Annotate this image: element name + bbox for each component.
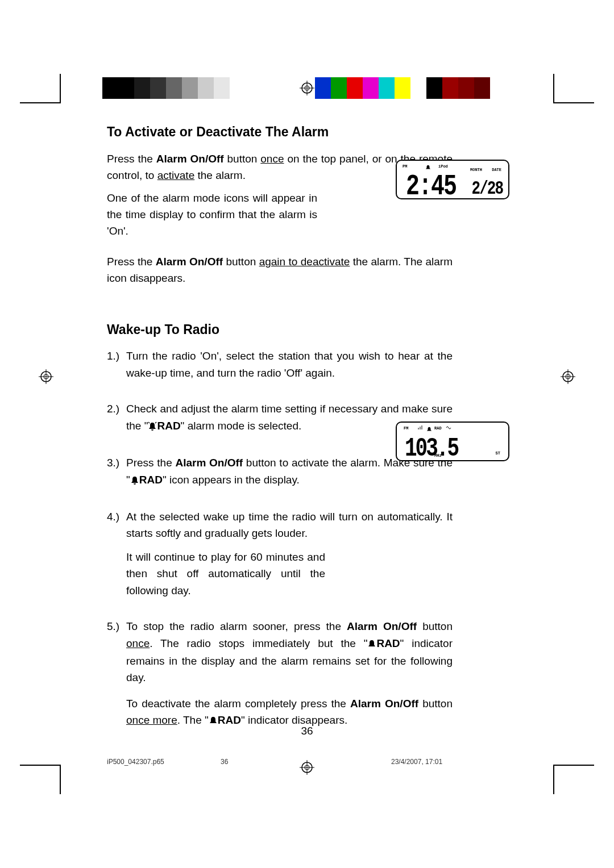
swatch-yellow xyxy=(395,77,410,99)
page-container: To Activate or Deactivate The Alarm Pres… xyxy=(0,0,614,868)
swatch-darkred xyxy=(442,77,458,99)
heading-wakeup-radio: Wake-up To Radio xyxy=(107,320,453,340)
lcd-pm-label: PM xyxy=(403,164,407,169)
print-footer: iP500_042307.p65 36 23/4/2007, 17:01 xyxy=(107,758,509,766)
swatch-gray xyxy=(214,77,230,99)
swatch-darkred xyxy=(474,77,490,99)
swatch-gray xyxy=(182,77,198,99)
swatch-gray xyxy=(166,77,182,99)
lcd-date-value: 2/28 xyxy=(472,178,503,200)
list-item-4: 4.) At the selected wake up time the rad… xyxy=(107,508,453,606)
lcd-month-label: MONTH xyxy=(470,168,482,172)
lcd-fm-label: FM xyxy=(404,426,408,431)
crop-mark-bottom-right xyxy=(553,765,571,794)
footer-filename: iP500_042307.p65 xyxy=(107,758,221,766)
swatch-black xyxy=(102,77,118,99)
registration-mark-left xyxy=(39,369,53,384)
lcd-display-radio: FM RAD 103.5 MHz ST xyxy=(396,422,509,461)
lcd-rad-label: RAD xyxy=(434,426,442,431)
list-item-1: 1.) Turn the radio 'On', select the stat… xyxy=(107,348,453,388)
sound-wave-icon xyxy=(446,425,451,432)
crop-mark-top-right xyxy=(553,74,571,103)
signal-icon xyxy=(417,425,424,432)
swatch-darkred xyxy=(458,77,474,99)
swatch-black xyxy=(118,77,134,99)
swatch-cyan xyxy=(379,77,395,99)
lcd-display-clock: PM iPod 2:45 MONTH DATE 2/28 xyxy=(396,160,509,199)
lcd-stereo-label: ST xyxy=(496,451,500,456)
swatch-green xyxy=(331,77,347,99)
para-activate-2: One of the alarm mode icons will appear … xyxy=(107,190,317,240)
lcd-mhz-label: MHz xyxy=(434,453,442,458)
alarm-bell-icon xyxy=(148,419,157,435)
alarm-bell-icon xyxy=(130,473,139,489)
registration-mark-right xyxy=(561,369,575,384)
para-activate-3: Press the Alarm On/Off button again to d… xyxy=(107,253,453,287)
crop-mark-top-left xyxy=(43,74,61,103)
lcd-ipod-label: iPod xyxy=(438,164,448,169)
footer-page: 36 xyxy=(221,758,312,766)
footer-timestamp: 23/4/2007, 17:01 xyxy=(312,758,509,766)
swatch-gray xyxy=(198,77,214,99)
swatch-magenta xyxy=(363,77,379,99)
page-number: 36 xyxy=(0,725,614,737)
heading-activate-alarm: To Activate or Deactivate The Alarm xyxy=(107,122,453,143)
swatch-gray xyxy=(134,77,150,99)
lcd-time-value: 2:45 xyxy=(406,170,456,203)
alarm-bell-icon xyxy=(367,636,376,653)
swatch-blue xyxy=(315,77,331,99)
svg-line-16 xyxy=(148,422,150,423)
print-color-bar xyxy=(64,77,550,99)
lcd-frequency-value: 103.5 xyxy=(405,433,458,464)
swatch-gray xyxy=(150,77,166,99)
crop-mark-bottom-left xyxy=(43,765,61,794)
lcd-date-label: DATE xyxy=(492,168,501,172)
swatch-black xyxy=(426,77,442,99)
list-item-5: 5.) To stop the radio alarm sooner, pres… xyxy=(107,618,453,737)
swatch-red xyxy=(347,77,363,99)
swatch-white xyxy=(410,77,426,99)
